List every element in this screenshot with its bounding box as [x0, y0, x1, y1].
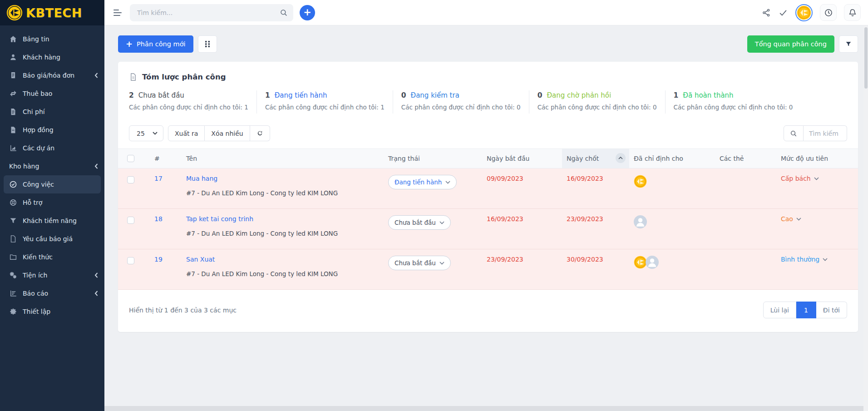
bell-icon[interactable]	[844, 4, 861, 21]
table-search-input[interactable]	[804, 125, 847, 141]
task-id-link[interactable]: 19	[154, 256, 163, 263]
sidebar-item-kien-thuc[interactable]: Kiến thức	[0, 248, 104, 266]
task-name-link[interactable]: Mua hang	[186, 175, 217, 182]
export-button[interactable]: Xuất ra	[168, 125, 205, 141]
summary-label[interactable]: Đang tiến hành	[275, 91, 327, 99]
column-header-ngay-bat-dau[interactable]: Ngày bắt đầu	[482, 149, 562, 168]
overview-button[interactable]: Tổng quan phân công	[747, 35, 834, 53]
sidebar-item-cac-du-an[interactable]: Các dự án	[0, 139, 104, 157]
filter-button[interactable]	[839, 35, 858, 53]
column-header-ten[interactable]: Tên	[182, 149, 384, 168]
sidebar-item-thiet-lap[interactable]: Thiết lập	[0, 302, 104, 321]
summary-cards: 2 Chưa bắt đầu Các phân công được chỉ đị…	[129, 90, 847, 114]
table-row: 17 Mua hang #7 - Du An LED Kim Long - Co…	[118, 168, 858, 209]
summary-card-dang-cho-phan-hoi: 0 Đang chờ phản hồi Các phân công được c…	[529, 90, 665, 114]
start-date: 16/09/2023	[482, 209, 562, 249]
assignee-avatar-kbtech[interactable]	[634, 175, 647, 188]
assignments-table: # Tên Trạng thái Ngày bắt đầu Ngày chốt …	[118, 149, 858, 290]
sidebar-item-khach-tiem-nang[interactable]: Khách tiềm năng	[0, 212, 104, 230]
grid-view-button[interactable]	[198, 35, 217, 53]
chevron-left-icon	[94, 272, 98, 278]
column-header-da-chi-dinh-cho[interactable]: Đã chỉ định cho	[629, 149, 715, 168]
task-project[interactable]: #7 - Du An LED Kim Long - Cong ty led KI…	[186, 270, 379, 277]
task-project[interactable]: #7 - Du An LED Kim Long - Cong ty led KI…	[186, 189, 379, 197]
quick-add-button[interactable]: +	[300, 5, 315, 20]
sidebar-item-chi-phi[interactable]: Chi phí	[0, 103, 104, 121]
sidebar-item-khach-hang[interactable]: Khách hàng	[0, 48, 104, 66]
brand-logo[interactable]: KBTECH	[0, 0, 104, 25]
pagination-info: Hiển thị từ 1 đến 3 của 3 các mục	[129, 307, 237, 314]
sort-asc-icon[interactable]	[616, 153, 626, 163]
column-header-ngay-chot[interactable]: Ngày chốt	[562, 149, 629, 168]
contract-icon	[9, 126, 17, 134]
assignee-avatar-person[interactable]	[634, 215, 647, 228]
column-header-cac-the[interactable]: Các thẻ	[715, 149, 776, 168]
summary-label[interactable]: Đang kiểm tra	[411, 91, 459, 99]
start-date: 23/09/2023	[482, 249, 562, 290]
file-icon	[9, 235, 17, 243]
vertical-scrollbar[interactable]	[863, 25, 868, 411]
global-search	[130, 4, 293, 21]
task-id-link[interactable]: 18	[154, 215, 163, 223]
share-icon[interactable]	[762, 8, 771, 17]
task-project[interactable]: #7 - Du An LED Kim Long - Cong ty led KI…	[186, 230, 379, 237]
summary-card-da-hoan-thanh: 1 Đã hoàn thành Các phân công được chỉ đ…	[665, 90, 848, 114]
pagination: Lùi lại 1 Đi tới	[763, 302, 847, 318]
new-assignment-button[interactable]: + Phân công mới	[118, 35, 193, 53]
summary-label[interactable]: Đã hoàn thành	[683, 91, 733, 99]
priority-dropdown[interactable]: Cao	[781, 215, 801, 223]
check-icon[interactable]	[778, 8, 788, 18]
summary-label[interactable]: Đang chờ phản hồi	[547, 91, 611, 99]
priority-dropdown[interactable]: Cấp bách	[781, 175, 819, 182]
column-header-trang-thai[interactable]: Trạng thái	[384, 149, 482, 168]
sidebar-item-ho-tro[interactable]: Hỗ trợ	[0, 193, 104, 212]
grid-icon	[204, 40, 211, 48]
sidebar-item-kho-hang[interactable]: Kho hàng	[0, 157, 104, 175]
pagination-page-1[interactable]: 1	[796, 302, 816, 318]
sidebar-item-bao-gia-hoa-don[interactable]: Báo giá/hóa đơn	[0, 66, 104, 84]
page-size-select[interactable]: 25	[129, 125, 163, 141]
status-dropdown[interactable]: Đang tiến hành	[388, 175, 457, 189]
clock-icon[interactable]	[820, 4, 837, 21]
sidebar-item-cong-viec[interactable]: Công việc	[4, 175, 101, 193]
task-name-link[interactable]: San Xuat	[186, 256, 215, 263]
row-checkbox[interactable]	[127, 257, 134, 264]
sidebar-item-tien-ich[interactable]: Tiện ích	[0, 266, 104, 284]
sidebar-item-hop-dong[interactable]: Hợp đồng	[0, 121, 104, 139]
column-header-muc-do-uu-tien[interactable]: Mức độ ưu tiên	[776, 149, 858, 168]
assignee-avatar-person[interactable]	[646, 256, 659, 269]
brand-name: KBTECH	[26, 6, 82, 20]
column-header-id[interactable]: #	[150, 149, 182, 168]
sidebar-item-bao-cao[interactable]: Báo cáo	[0, 284, 104, 302]
search-icon[interactable]	[280, 9, 288, 17]
refresh-button[interactable]	[250, 125, 270, 141]
task-id-link[interactable]: 17	[154, 175, 163, 182]
pagination-prev-button[interactable]: Lùi lại	[763, 302, 796, 318]
select-all-checkbox[interactable]	[127, 155, 134, 162]
chevron-down-icon	[153, 132, 158, 135]
horizontal-scrollbar[interactable]	[104, 406, 863, 411]
life-ring-icon	[9, 198, 17, 207]
sidebar-item-yeu-cau-bao-gia[interactable]: Yêu cầu báo giá	[0, 230, 104, 248]
scrollbar-thumb[interactable]	[864, 27, 868, 89]
avatar[interactable]	[795, 4, 813, 21]
summary-label[interactable]: Chưa bắt đầu	[138, 91, 184, 99]
assignee-avatar-kbtech[interactable]	[634, 256, 647, 269]
sidebar-item-thue-bao[interactable]: Thuê bao	[0, 84, 104, 103]
status-dropdown[interactable]: Chưa bắt đầu	[388, 215, 451, 230]
table-search-button[interactable]	[784, 125, 804, 141]
due-date: 16/09/2023	[562, 168, 629, 209]
sidebar-item-bang-tin[interactable]: Bảng tin	[0, 30, 104, 48]
chevron-left-icon	[94, 291, 98, 296]
global-search-input[interactable]	[137, 9, 280, 16]
row-checkbox[interactable]	[127, 176, 134, 183]
menu-icon[interactable]	[112, 8, 123, 18]
priority-dropdown[interactable]: Bình thường	[781, 256, 828, 263]
pagination-next-button[interactable]: Đi tới	[816, 302, 847, 318]
task-name-link[interactable]: Tap ket tai cong trinh	[186, 215, 253, 223]
content-area: + Phân công mới Tổng quan phân công	[104, 25, 868, 411]
bulk-delete-button[interactable]: Xóa nhiều	[205, 125, 250, 141]
row-checkbox[interactable]	[127, 217, 134, 224]
status-dropdown[interactable]: Chưa bắt đầu	[388, 256, 451, 270]
search-icon	[790, 130, 797, 137]
